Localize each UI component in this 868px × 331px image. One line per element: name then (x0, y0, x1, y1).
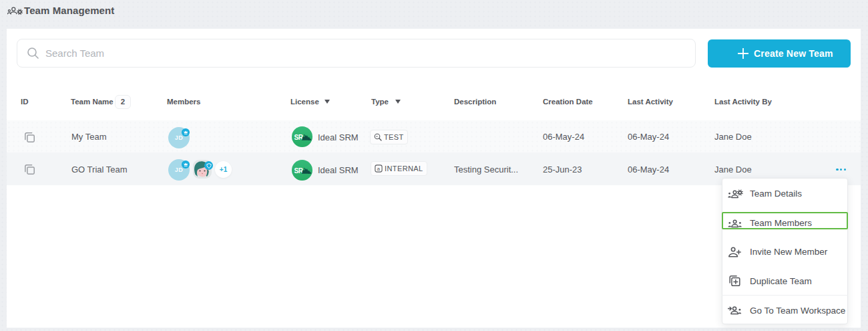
svg-text:a: a (377, 166, 380, 172)
